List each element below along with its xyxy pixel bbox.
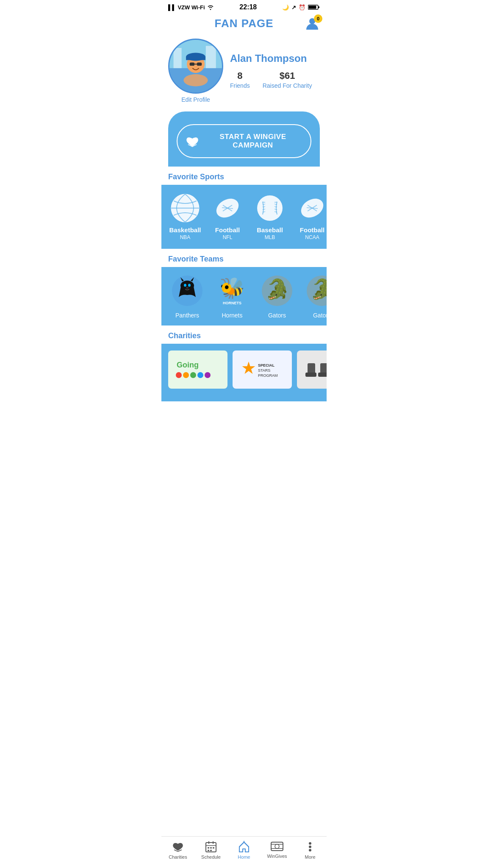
basketball-icon	[170, 193, 200, 223]
svg-point-14	[183, 74, 208, 86]
raised-amount: $61	[263, 70, 312, 81]
svg-text:🐊: 🐊	[265, 278, 290, 301]
svg-rect-7	[206, 46, 216, 68]
friends-label: Friends	[230, 82, 250, 89]
sports-scroll[interactable]: Basketball NBA Football NFL	[161, 185, 327, 249]
svg-point-22	[257, 195, 283, 221]
header: FAN PAGE 0	[161, 13, 327, 34]
team-name-gators2: Gators	[313, 312, 327, 319]
svg-rect-59	[318, 373, 327, 377]
profile-section: Edit Profile Alan Thompson 8 Friends $61…	[161, 34, 327, 167]
profile-info: Alan Thompson 8 Friends $61 Raised For C…	[230, 53, 320, 89]
avatar	[168, 39, 223, 94]
svg-text:STARS: STARS	[258, 368, 270, 373]
gators1-logo: 🐊	[260, 274, 294, 308]
profile-name: Alan Thompson	[230, 53, 320, 64]
sport-name-baseball: Baseball	[257, 226, 283, 234]
profile-stats: 8 Friends $61 Raised For Charity	[230, 70, 320, 89]
favorite-sports-title: Favorite Sports	[168, 172, 320, 181]
sport-item-baseball[interactable]: Baseball MLB	[253, 193, 287, 240]
charity-going-content: Going	[168, 351, 227, 389]
sport-name-football-ncaa: Football	[300, 226, 324, 234]
edit-profile-button[interactable]: Edit Profile	[168, 96, 223, 103]
status-time: 22:18	[239, 3, 257, 11]
friends-count: 8	[230, 70, 250, 81]
favorite-sports-header: Favorite Sports	[161, 167, 327, 185]
alarm-icon: ⏰	[299, 4, 305, 11]
svg-rect-11	[190, 62, 194, 66]
team-item-hornets[interactable]: 🐝 HORNETS Hornets	[213, 274, 251, 319]
svg-point-46	[183, 372, 189, 378]
team-item-panthers[interactable]: Panthers	[168, 274, 206, 319]
svg-rect-10	[186, 57, 205, 60]
sport-item-football-ncaa[interactable]: Football NCAA	[295, 193, 327, 240]
teams-scroll[interactable]: Panthers 🐝 HORNETS Hornets 🐊 Gators	[161, 267, 327, 326]
status-right: 🌙 ↗ ⏰	[282, 4, 320, 11]
svg-text:Going: Going	[177, 361, 199, 369]
svg-point-34	[186, 287, 189, 289]
campaign-label: START A WINGIVE CAMPAIGN	[204, 133, 302, 150]
svg-rect-57	[305, 373, 316, 377]
svg-point-45	[176, 372, 182, 378]
raised-stat: $61 Raised For Charity	[263, 70, 312, 89]
signal-icon: ▌▌	[168, 4, 176, 11]
svg-point-29	[180, 281, 194, 291]
charity-card-vettix[interactable]: VET TIX	[297, 351, 327, 389]
panthers-logo	[170, 274, 204, 308]
charity-vettix-content: VET TIX	[297, 351, 327, 389]
favorite-teams-header: Favorite Teams	[161, 249, 327, 267]
sport-item-football-nfl[interactable]: Football NFL	[211, 193, 244, 240]
svg-rect-2	[309, 6, 316, 9]
notification-area[interactable]: 0	[305, 16, 320, 31]
svg-point-48	[197, 372, 203, 378]
football-nfl-icon	[213, 193, 242, 223]
sport-name-football-nfl: Football	[215, 226, 240, 234]
charity-star-content: ★ SPECIAL STARS PROGRAM	[233, 351, 292, 389]
svg-rect-1	[318, 6, 319, 8]
friends-stat: 8 Friends	[230, 70, 250, 89]
svg-text:★: ★	[241, 359, 256, 377]
charity-card-going[interactable]: Going	[168, 351, 227, 389]
blue-section: START A WINGIVE CAMPAIGN	[168, 111, 320, 167]
battery-icon	[308, 4, 320, 10]
charities-scroll[interactable]: Going ★ SPECIAL STARS PROGRAM	[161, 344, 327, 401]
svg-point-33	[188, 284, 191, 287]
wifi-icon	[207, 4, 214, 10]
sport-item-basketball[interactable]: Basketball NBA	[168, 193, 202, 240]
gators2-logo: 🐊	[305, 274, 327, 308]
team-item-gators1[interactable]: 🐊 Gators	[258, 274, 296, 319]
notification-badge: 0	[314, 14, 322, 23]
raised-label: Raised For Charity	[263, 82, 312, 89]
page-title: FAN PAGE	[215, 17, 274, 30]
svg-rect-12	[197, 62, 202, 66]
svg-text:🐊: 🐊	[310, 278, 327, 301]
svg-text:PROGRAM: PROGRAM	[258, 373, 278, 378]
baseball-icon	[255, 193, 285, 223]
campaign-button[interactable]: START A WINGIVE CAMPAIGN	[177, 124, 311, 158]
svg-text:🐝: 🐝	[219, 276, 245, 300]
team-name-hornets: Hornets	[222, 312, 242, 319]
status-left: ▌▌ VZW Wi-Fi	[168, 4, 214, 11]
favorite-teams-title: Favorite Teams	[168, 255, 320, 264]
sport-league-nfl: NFL	[223, 234, 233, 240]
football-ncaa-icon	[297, 193, 327, 223]
svg-point-47	[190, 372, 196, 378]
wingive-icon	[186, 135, 199, 147]
svg-text:HORNETS: HORNETS	[223, 301, 241, 305]
status-bar: ▌▌ VZW Wi-Fi 22:18 🌙 ↗ ⏰	[161, 0, 327, 13]
team-name-gators1: Gators	[268, 312, 286, 319]
team-name-panthers: Panthers	[175, 312, 199, 319]
svg-text:SPECIAL: SPECIAL	[258, 363, 275, 367]
location-icon: ↗	[291, 4, 296, 11]
sport-name-basketball: Basketball	[169, 226, 201, 234]
svg-rect-43	[172, 355, 223, 384]
carrier-label: VZW Wi-Fi	[177, 4, 205, 11]
charity-card-star[interactable]: ★ SPECIAL STARS PROGRAM	[233, 351, 292, 389]
moon-icon: 🌙	[282, 4, 289, 11]
avatar-wrapper: Edit Profile	[168, 39, 223, 103]
team-item-gators2[interactable]: 🐊 Gators	[303, 274, 327, 319]
hornets-logo: 🐝 HORNETS	[215, 274, 249, 308]
svg-point-32	[184, 284, 186, 287]
svg-rect-6	[174, 48, 182, 68]
svg-point-49	[205, 372, 211, 378]
